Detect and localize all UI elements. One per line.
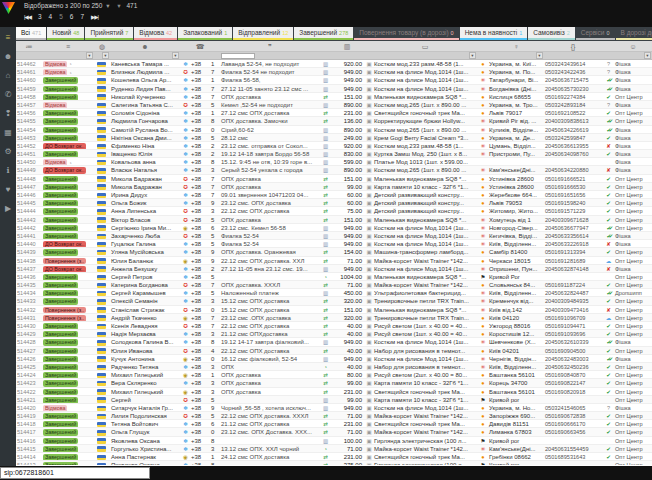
order-row[interactable]: 514446 Завершений Ирина Дидух ❄ +38 7 09… (16, 191, 652, 199)
comment-filter-input[interactable] (221, 53, 255, 60)
col-ttn-icon[interactable]: {} (544, 41, 602, 51)
col-phone-icon[interactable]: ☎ (190, 41, 210, 51)
order-row[interactable]: 514440 ДО Возврат ок.. Гуцалюк Галина ❄ … (16, 240, 652, 248)
order-row[interactable]: 514431 Повернення (з.. Андрій Ткаченко ◉… (16, 314, 652, 322)
filter-caret-icon[interactable]: ▾ (102, 52, 109, 59)
order-row[interactable]: 514424 Завершений Михаил Гилецький ◉ +38… (16, 371, 652, 379)
order-row[interactable]: 514453 Завершений Нікітіна Оксана Дми...… (16, 134, 652, 142)
order-row[interactable]: 514418 Завершений Тетяна Войтович ❄ +38 … (16, 420, 652, 428)
page-button[interactable]: 3 (38, 13, 42, 20)
col-country-icon[interactable]: ◍ (94, 41, 110, 51)
order-row[interactable]: 514430 Завершений Ксенія Левадняя ✪ +38 … (16, 322, 652, 330)
order-row[interactable]: 514437 ДО Возврат ок.. Анжела Безушку ❄ … (16, 265, 652, 273)
filter-caret-icon[interactable]: ▾ (172, 52, 179, 59)
order-row[interactable]: 514457 Відмова Салегина Татьяна С... ✪ +… (16, 101, 652, 109)
status-tab[interactable]: В дорозі додому0 (616, 27, 652, 40)
filter-icon[interactable]: ▼ (116, 3, 121, 9)
order-row[interactable]: 514416 Завершений Яковлева Оксана ❄ +38 … (16, 437, 652, 445)
order-row[interactable]: 514427 Завершений Юлия Иванова ✪ +38 4 2… (16, 347, 652, 355)
col-status-icon[interactable]: ≡ (42, 41, 94, 51)
order-row[interactable]: 514425 Завершений Радченко Тетяна ❄ +38 … (16, 363, 652, 371)
order-row[interactable]: 514415 Завершений Горгулько Христина... … (16, 445, 652, 453)
order-row[interactable]: 514433 Завершений Олексій Семанін ❄ +38 … (16, 297, 652, 305)
order-row[interactable]: 514422 Завершений Михаил Гилецький ◉ +38… (16, 388, 652, 396)
status-tab[interactable]: Завершений278 (294, 27, 353, 40)
order-row[interactable]: 514461 Відмова◔ Близнюк Людмила ... ✪ +3… (16, 68, 652, 76)
order-row[interactable]: 514442 Завершений Сергіюнко Ірина Ми... … (16, 224, 652, 232)
status-tab[interactable]: Відмова42 (134, 27, 177, 40)
filter-caret-icon[interactable]: ▾ (86, 52, 93, 59)
order-row[interactable]: 514452 ДО Возврат ок.. Єфименко Ніна ❄ +… (16, 142, 652, 150)
status-tab[interactable]: Прийнятий7 (85, 27, 133, 40)
support-icon[interactable]: ♥ (2, 185, 14, 195)
order-row[interactable]: 514460 Завершений Кошелева Ольга Ар... ❄… (16, 76, 652, 84)
order-row[interactable]: 514426 Завершений Кучук Антонина ◉ +38 0… (16, 355, 652, 363)
info-icon[interactable]: ℹ (2, 166, 14, 176)
orders-icon[interactable]: ≡ (2, 33, 14, 43)
shown-range[interactable]: Відображено з 200 по 250 (24, 2, 102, 9)
order-row[interactable]: 514439 Завершений Уляна Мусійовська ❄ +3… (16, 248, 652, 256)
filter-caret-icon[interactable]: ▾ (644, 52, 651, 59)
status-tab[interactable]: Відправлений12 (233, 27, 293, 40)
order-row[interactable]: 514441 Завершений Захарченко Люба ✪ +38 … (16, 232, 652, 240)
telephony-icon[interactable]: ✆ (2, 90, 14, 100)
order-row[interactable]: 514435 Завершений Катерина Богданова ✪ +… (16, 281, 652, 289)
reports-icon[interactable]: ▦ (2, 128, 14, 138)
order-row[interactable]: 514444 Завершений Анна Липенська ✪ +38 3… (16, 207, 652, 215)
status-tab[interactable]: Нема в наявності1 (460, 27, 528, 40)
sip-address[interactable]: sip:0672818601 (0, 467, 150, 479)
order-row[interactable]: 514417 Завершений Ольга Глущук ❄ +38 0 2… (16, 428, 652, 436)
status-tab[interactable]: Самовивіз2 (528, 27, 575, 40)
order-row[interactable]: 514445 Завершений Ольга Божик ❄ +38 9 23… (16, 199, 652, 207)
col-id-icon[interactable]: ≔ (16, 41, 42, 51)
warehouse-icon[interactable]: ⌂ (2, 71, 14, 81)
order-row[interactable]: 514462 Відмова◔ Каневська Тамара ... ❄ +… (16, 60, 652, 68)
col-payment-icon[interactable]: ▥ (330, 41, 364, 51)
order-row[interactable]: 514448 Завершений Микола Бадражан ✪ +38 … (16, 175, 652, 183)
settings-icon[interactable]: ⚙ (2, 147, 14, 157)
page-button[interactable]: 4 (49, 13, 53, 20)
order-row[interactable]: 514451 Завершений Іващенко Юлія ❄ +38 2 … (16, 150, 652, 158)
page-button[interactable]: 6 (70, 13, 74, 20)
order-row[interactable]: 514429 Завершений Надія Мерзаєва ❄ +38 3… (16, 330, 652, 338)
status-tab[interactable]: Всі471 (16, 27, 46, 40)
col-comment-icon[interactable]: ❞ (220, 41, 320, 51)
col-manager-icon[interactable]: ☺ (614, 41, 652, 51)
order-row[interactable]: 514458 Завершений Николай Кучеренко ❄ +3… (16, 93, 652, 101)
page-button[interactable]: 5 (59, 13, 63, 20)
order-row[interactable]: 514413 Завершений Яковлева Оксана ❄ +38 … (16, 461, 652, 465)
status-tab[interactable]: Сервіси0 (576, 27, 615, 40)
order-row[interactable]: 514419 Завершений Лилия Подолинская ✪ +3… (16, 412, 652, 420)
order-row[interactable]: 514438 Повернення (з.. Юлия Баланюк ◉ +3… (16, 257, 652, 265)
marketing-icon[interactable]: ❢ (2, 109, 14, 119)
order-row[interactable]: 514434 Завершений Сергей Карамышев ❄ +38… (16, 289, 652, 297)
page-button[interactable]: 7 (80, 13, 84, 20)
order-row[interactable]: 514436 Завершений Сергей Петров ❄ +38 5 … (16, 273, 652, 281)
order-row[interactable]: 514455 Завершений Людмила Гончарова ❄ +3… (16, 117, 652, 125)
order-row[interactable]: 514447 Завершений Микола Бадражан ✪ +38 … (16, 183, 652, 191)
last-page-icon[interactable]: ▶▶| (91, 14, 98, 20)
order-row[interactable]: 514414 Завершений Анна Пастернак ◉ +38 1… (16, 453, 652, 461)
video-icon[interactable]: ▶ (2, 204, 14, 214)
clients-icon[interactable]: ☻ (2, 52, 14, 62)
order-row[interactable]: 514443 Завершений Віктор Власов ✪ +38 5 … (16, 216, 652, 224)
filter-caret-icon[interactable]: ▾ (536, 52, 543, 59)
app-logo[interactable] (2, 2, 15, 14)
order-row[interactable]: 514432 Повернення (з.. Станіслав Стрижак… (16, 306, 652, 314)
order-row[interactable]: 514456 Завершений Соломія Сідоніна ❄ +38… (16, 109, 652, 117)
col-product-icon[interactable]: ▭ (373, 41, 477, 51)
first-page-icon[interactable]: |◀◀ (24, 14, 31, 20)
chevron-down-icon[interactable]: ▾ (106, 2, 109, 9)
order-row[interactable]: 514420 Відмова Ситарчук Наталія Гр... ❄ … (16, 404, 652, 412)
col-client-icon[interactable]: ☻ (110, 41, 180, 51)
status-tab[interactable]: Повернення товару (в дорозі)0 (354, 27, 458, 40)
order-row[interactable]: 514459 Завершений Руденко Лидия Пав... ❄… (16, 85, 652, 93)
order-row[interactable]: 514423 Завершений Вера Скляренко ❄ +38 3… (16, 379, 652, 387)
order-row[interactable]: 514449 ДО Возврат ок.. Власюк Наталья ❄ … (16, 166, 652, 174)
status-tab[interactable]: Запакований1 (178, 27, 232, 40)
order-row[interactable]: 514428 Завершений Солодкова Галина В... … (16, 338, 652, 346)
order-row[interactable]: 514454 Завершений Самотій Руслана Во... … (16, 126, 652, 134)
col-address-icon[interactable]: ♀ (488, 41, 544, 51)
order-row[interactable]: 514421 Завершений Сергей ✪ +38 5 ▥ 99.00… (16, 396, 652, 404)
status-tab[interactable]: Новий48 (47, 27, 84, 40)
